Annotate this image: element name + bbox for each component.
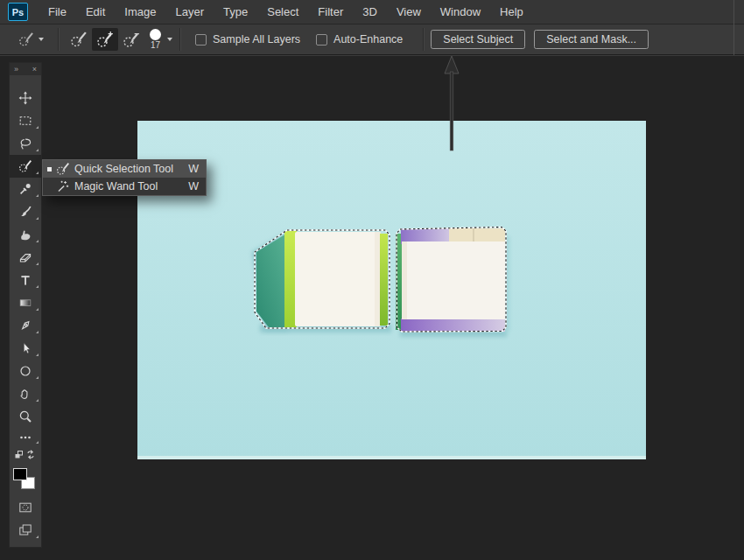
quick-mask-icon — [18, 500, 32, 514]
screen-mode-icon — [18, 523, 32, 537]
marquee-icon — [18, 114, 32, 128]
lasso-tool[interactable] — [10, 132, 41, 155]
menu-help[interactable]: Help — [490, 0, 533, 24]
auto-enhance-label: Auto-Enhance — [333, 33, 403, 46]
hand-tool[interactable] — [10, 382, 41, 405]
sample-all-layers-label: Sample All Layers — [213, 33, 300, 46]
chevron-down-icon — [39, 38, 44, 41]
flyout-corner — [36, 149, 39, 151]
zoom-tool[interactable] — [10, 405, 41, 428]
brush-size-picker[interactable]: 17 — [150, 29, 161, 50]
current-tool-bullet — [47, 167, 52, 172]
options-bar: 17 Sample All Layers Auto-Enhance Select… — [0, 24, 744, 55]
brush-preview-dot — [150, 29, 161, 40]
separator — [423, 28, 424, 51]
zoom-icon — [18, 410, 32, 424]
move-tool[interactable] — [10, 87, 41, 109]
pen-tool[interactable] — [10, 314, 41, 337]
separator — [58, 28, 59, 51]
quick-mask-mode-button[interactable] — [10, 496, 41, 519]
edit-toolbar-button[interactable] — [10, 428, 41, 447]
menu-view[interactable]: View — [387, 0, 431, 24]
close-panel-icon[interactable]: × — [32, 66, 37, 74]
tools-panel-header: » × — [10, 63, 41, 75]
brush-icon — [18, 205, 32, 219]
flyout-item-shortcut: W — [188, 180, 199, 192]
foreground-color-swatch[interactable] — [13, 468, 27, 480]
menu-file[interactable]: File — [39, 0, 76, 24]
auto-enhance-option[interactable]: Auto-Enhance — [316, 33, 403, 46]
menu-layer[interactable]: Layer — [166, 0, 214, 24]
chevron-down-icon[interactable] — [167, 38, 172, 41]
color-swatches[interactable] — [13, 468, 38, 494]
flyout-corner — [36, 331, 39, 333]
quick-selection-icon — [18, 159, 32, 173]
tool-flyout-menu: Quick Selection Tool W Magic Wand Tool W — [42, 159, 207, 196]
hand-icon — [18, 387, 32, 401]
smudge-hand-icon — [18, 228, 32, 242]
gradient-tool[interactable] — [10, 291, 41, 314]
menu-bar: Ps File Edit Image Layer Type Select Fil… — [0, 0, 744, 24]
flyout-item-label: Quick Selection Tool — [74, 163, 188, 175]
select-and-mask-button[interactable]: Select and Mask... — [534, 30, 649, 49]
sample-all-layers-option[interactable]: Sample All Layers — [195, 33, 300, 46]
pen-icon — [18, 318, 32, 332]
auto-enhance-checkbox[interactable] — [316, 34, 327, 46]
flyout-corner — [36, 217, 39, 220]
flyout-corner — [36, 172, 39, 174]
select-subject-button[interactable]: Select Subject — [431, 30, 525, 49]
flyout-item-label: Magic Wand Tool — [74, 180, 188, 192]
flyout-corner — [36, 126, 39, 129]
lasso-icon — [18, 136, 32, 150]
type-icon — [18, 273, 32, 287]
ellipse-tool[interactable] — [10, 360, 41, 382]
new-selection-icon — [70, 31, 88, 48]
screen-mode-button[interactable] — [10, 519, 41, 542]
flyout-corner — [36, 441, 39, 444]
collapse-panel-icon[interactable]: » — [14, 66, 18, 74]
add-to-selection-button[interactable] — [92, 28, 118, 51]
gradient-icon — [18, 296, 32, 310]
type-tool[interactable] — [10, 269, 41, 291]
photoshop-logo: Ps — [8, 3, 28, 21]
document-canvas[interactable] — [137, 121, 646, 459]
menu-image[interactable]: Image — [115, 0, 165, 24]
flyout-item-quick-selection[interactable]: Quick Selection Tool W — [43, 160, 206, 178]
brush-size-value: 17 — [151, 41, 160, 50]
workspace: » × — [0, 55, 744, 560]
rectangular-marquee-tool[interactable] — [10, 109, 41, 132]
menu-type[interactable]: Type — [214, 0, 257, 24]
menu-edit[interactable]: Edit — [76, 0, 115, 24]
quick-selection-icon — [18, 32, 34, 47]
eraser-icon — [18, 250, 32, 264]
swap-colors-button[interactable] — [10, 447, 41, 465]
tools-panel: » × — [9, 62, 42, 548]
eyedropper-icon — [18, 182, 32, 196]
tool-preset-picker[interactable] — [11, 28, 51, 51]
eraser-tool[interactable] — [10, 246, 41, 269]
subtract-from-selection-icon — [123, 31, 140, 48]
flyout-item-shortcut: W — [188, 163, 199, 175]
ellipse-icon — [18, 364, 32, 378]
new-selection-button[interactable] — [66, 28, 92, 51]
move-icon — [18, 91, 32, 105]
subtract-from-selection-button[interactable] — [118, 28, 144, 51]
menu-filter[interactable]: Filter — [308, 0, 353, 24]
bullet-spacer — [47, 185, 52, 189]
ellipsis-icon — [18, 430, 32, 444]
annotation-arrow-up — [441, 55, 462, 151]
sample-all-layers-checkbox[interactable] — [195, 34, 207, 46]
flyout-corner — [36, 262, 39, 265]
smudge-tool[interactable] — [10, 223, 41, 246]
quick-selection-tool[interactable] — [10, 155, 41, 178]
flyout-corner — [36, 240, 39, 242]
brush-tool[interactable] — [10, 200, 41, 223]
direct-selection-tool[interactable] — [10, 337, 41, 360]
menu-3d[interactable]: 3D — [353, 0, 387, 24]
separator — [179, 28, 180, 51]
menu-window[interactable]: Window — [431, 0, 490, 24]
add-to-selection-icon — [96, 31, 114, 48]
flyout-item-magic-wand[interactable]: Magic Wand Tool W — [43, 178, 206, 195]
eyedropper-tool[interactable] — [10, 178, 41, 200]
menu-select[interactable]: Select — [257, 0, 308, 24]
